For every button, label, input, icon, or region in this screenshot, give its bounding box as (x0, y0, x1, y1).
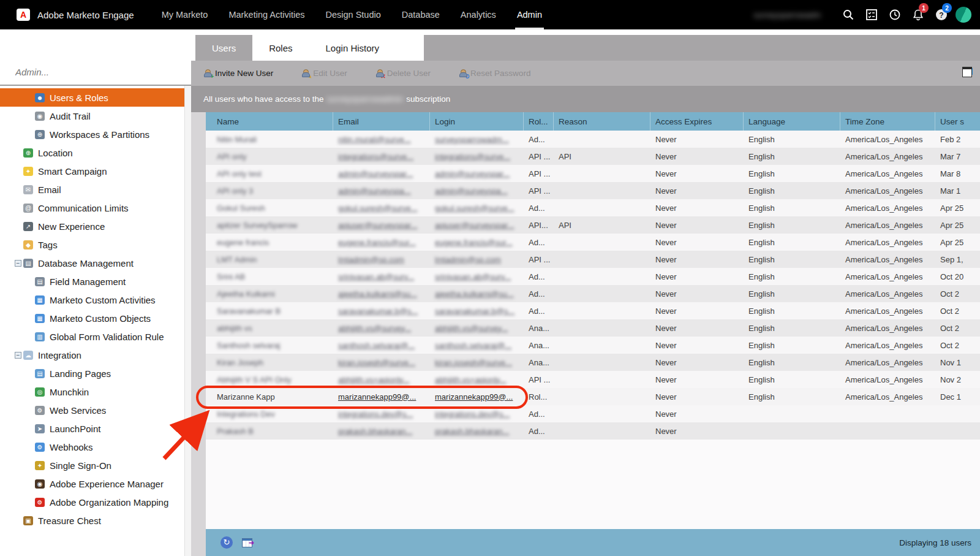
tab-users[interactable]: Users (195, 35, 252, 61)
user-login-link[interactable]: prakash.bhaskaran... (435, 427, 509, 436)
user-login-link[interactable]: eugene.francis@sur... (435, 238, 513, 247)
sidebar-item-adobe-experience-manager[interactable]: ◉Adobe Experience Manager (0, 474, 191, 493)
table-row[interactable]: Srini ABsrinivasan.ab@surv...srinivasan.… (206, 268, 980, 285)
user-login-link[interactable]: kiran.joseph@surve... (435, 358, 512, 367)
nav-my-marketo[interactable]: My Marketo (151, 0, 219, 29)
table-row[interactable]: Kiran Josephkiran.joseph@surve...kiran.j… (206, 354, 980, 371)
table-row[interactable]: Ajeetha Kulkarniajeetha.kulkarni@su...aj… (206, 285, 980, 302)
user-login-link[interactable]: integrations@surve... (435, 152, 510, 161)
user-login-link[interactable]: surveysparrowadm... (435, 135, 509, 144)
user-email-link[interactable]: abhijith.vs+apionly... (338, 375, 409, 384)
sidebar-item-field-management[interactable]: ▤Field Management (0, 272, 191, 291)
user-login-link[interactable]: abhijith.vs+apionly... (435, 375, 506, 384)
export-grid-icon[interactable] (242, 538, 252, 547)
user-login-link[interactable]: ajeetha.kulkarni@su... (435, 289, 514, 299)
sidebar-item-database-management[interactable]: −▤Database Management (0, 254, 191, 272)
user-login-link[interactable]: abhijith.vs@survey... (435, 324, 508, 333)
user-email-link[interactable]: kiran.joseph@surve... (338, 358, 415, 367)
column-header-reason[interactable]: Reason (554, 112, 650, 131)
user-email-link[interactable]: saravanakumar.b@s... (338, 307, 418, 316)
table-row[interactable]: eugene franciseugene.francis@sur...eugen… (206, 234, 980, 251)
collapse-icon[interactable]: − (15, 260, 21, 267)
column-header-login[interactable]: Login (430, 112, 524, 131)
sidebar-item-email[interactable]: ✉Email (0, 180, 191, 199)
user-email-link[interactable]: ajeetha.kulkarni@su... (338, 289, 417, 299)
table-row[interactable]: Gokul Sureshgokul.suresh@surve...gokul.s… (206, 199, 980, 216)
user-email-link[interactable]: integrations@surve... (338, 152, 413, 161)
sidebar-item-global-form-validation-rule[interactable]: ▥Global Form Validation Rule (0, 327, 191, 346)
table-row[interactable]: Marizanne Kappmarizannekapp99@...marizan… (206, 388, 980, 405)
user-email-link[interactable]: integrations.dev@s... (338, 409, 413, 419)
adobe-logo[interactable]: A (17, 9, 30, 21)
user-email-link[interactable]: nitin.murali@surve... (338, 135, 411, 144)
checklist-icon[interactable] (860, 0, 883, 29)
sidebar-item-location[interactable]: ⊕Location (0, 143, 191, 162)
user-login-link[interactable]: integrations.dev@s... (435, 409, 510, 419)
nav-admin[interactable]: Admin (507, 0, 552, 29)
user-email-link[interactable]: apiuser@surveyspar... (338, 221, 418, 230)
toggle-panel-icon[interactable] (962, 68, 973, 77)
collapse-icon[interactable]: − (15, 352, 21, 359)
sidebar-item-munchkin[interactable]: ◎Munchkin (0, 383, 191, 401)
user-email-link[interactable]: eugene.francis@sur... (338, 238, 416, 247)
edit-user-button[interactable]: ✎Edit User (301, 69, 347, 78)
table-row[interactable]: API onlyintegrations@surve...integration… (206, 148, 980, 165)
column-header-rol[interactable]: Rol... (524, 112, 554, 131)
sidebar-item-smart-campaign[interactable]: ✦Smart Campaign (0, 162, 191, 180)
user-login-link[interactable]: marizannekapp99@... (435, 392, 513, 402)
table-row[interactable]: Nitin Muralinitin.murali@surve...surveys… (206, 131, 980, 148)
help-icon[interactable]: ? 2 (930, 0, 953, 29)
user-email-link[interactable]: admin@surveyspar... (338, 169, 413, 178)
table-row[interactable]: API only 3admin@surveyspa...admin@survey… (206, 182, 980, 199)
user-login-link[interactable]: lmtadmin@sp.com (435, 255, 501, 264)
table-row[interactable]: Prakash Bprakash.bhaskaran...prakash.bha… (206, 422, 980, 440)
nav-database[interactable]: Database (391, 0, 450, 29)
table-row[interactable]: Saravanakumar Bsaravanakumar.b@s...sarav… (206, 302, 980, 319)
sidebar-item-treasure-chest[interactable]: ▣Treasure Chest (0, 511, 191, 530)
user-login-link[interactable]: admin@surveyspa... (435, 186, 508, 196)
search-icon[interactable] (837, 0, 860, 29)
invite-new-user-button[interactable]: +Invite New User (203, 69, 273, 78)
user-login-link[interactable]: srinivasan.ab@surv... (435, 272, 511, 281)
sidebar-item-new-experience[interactable]: ↗New Experience (0, 217, 191, 235)
reset-password-button[interactable]: ⟲Reset Password (459, 69, 530, 78)
table-row[interactable]: apitzer SurveySparrowapiuser@surveyspar.… (206, 216, 980, 234)
column-header-language[interactable]: Language (744, 112, 840, 131)
delete-user-button[interactable]: ✕Delete User (375, 69, 431, 78)
sidebar-item-users-roles[interactable]: ☻Users & Roles (0, 88, 191, 107)
sidebar-item-audit-trail[interactable]: ◉Audit Trail (0, 107, 191, 125)
user-email-link[interactable]: santhosh.selvaraj@... (338, 341, 415, 350)
sidebar-item-webhooks[interactable]: ⚙Webhooks (0, 438, 191, 456)
user-login-link[interactable]: gokul.suresh@surve... (435, 204, 514, 213)
user-email-link[interactable]: srinivasan.ab@surv... (338, 272, 414, 281)
user-login-link[interactable]: saravanakumar.b@s... (435, 307, 514, 316)
user-email-link[interactable]: marizannekapp99@... (338, 392, 416, 402)
sidebar-item-web-services[interactable]: ⚙Web Services (0, 401, 191, 419)
user-login-link[interactable]: admin@surveyspar... (435, 169, 510, 178)
sidebar-item-workspaces-partitions[interactable]: ⊕Workspaces & Partitions (0, 125, 191, 143)
user-email-link[interactable]: lmtadmin@sp.com (338, 255, 404, 264)
notifications-bell-icon[interactable]: 1 (907, 0, 930, 29)
sidebar-item-integration[interactable]: −☁Integration (0, 346, 191, 364)
table-row[interactable]: Integrations Devintegrations.dev@s...int… (206, 405, 980, 422)
sidebar-item-single-sign-on[interactable]: ✦Single Sign-On (0, 456, 191, 474)
column-header-user-s[interactable]: User s (935, 112, 980, 131)
user-email-link[interactable]: abhijith.vs@survey... (338, 324, 411, 333)
user-email-link[interactable]: admin@surveyspa... (338, 186, 411, 196)
refresh-icon[interactable]: ↻ (221, 536, 233, 549)
table-row[interactable]: Abhijith V S API Onlyabhijith.vs+apionly… (206, 371, 980, 388)
column-header-name[interactable]: Name (206, 112, 333, 131)
tab-roles[interactable]: Roles (252, 35, 309, 61)
user-avatar[interactable] (956, 7, 971, 23)
admin-filter-input[interactable] (15, 67, 156, 77)
table-row[interactable]: Santhosh selvarajsanthosh.selvaraj@...sa… (206, 337, 980, 354)
column-header-email[interactable]: Email (333, 112, 430, 131)
sidebar-item-launchpoint[interactable]: ➤LaunchPoint (0, 419, 191, 438)
history-clock-icon[interactable] (883, 0, 907, 29)
sidebar-item-tags[interactable]: ◆Tags (0, 235, 191, 254)
column-header-access-expires[interactable]: Access Expires (650, 112, 744, 131)
user-email-link[interactable]: gokul.suresh@surve... (338, 204, 418, 213)
sidebar-scrollbar[interactable] (184, 86, 191, 556)
column-header-time-zone[interactable]: Time Zone (840, 112, 935, 131)
sidebar-item-adobe-organization-mapping[interactable]: ⚙Adobe Organization Mapping (0, 493, 191, 511)
